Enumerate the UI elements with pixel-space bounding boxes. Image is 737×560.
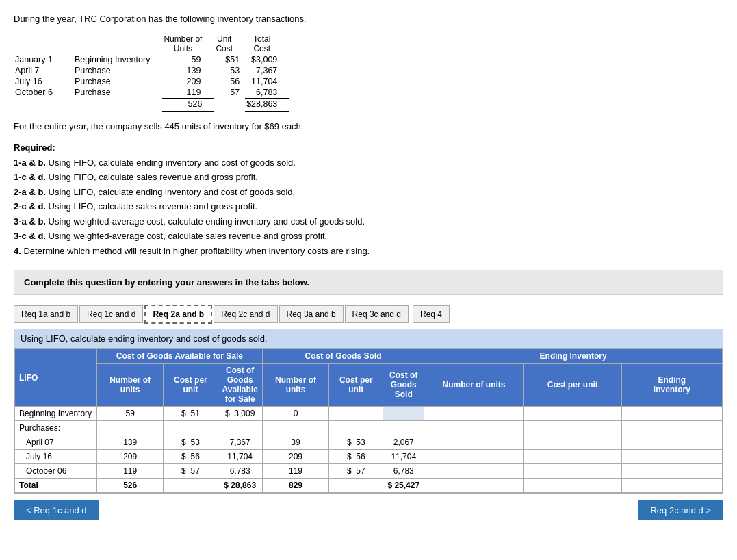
cost-avail-header: Cost of Goods Available for Sale [97, 349, 263, 364]
oct-end-inv-input[interactable] [621, 464, 722, 479]
beg-cost-sold [383, 407, 424, 421]
oct-end-units-input[interactable] [424, 464, 524, 479]
ending-inv-header: Ending Inventory [424, 349, 723, 364]
apr-dollar: $ 53 [164, 435, 218, 450]
purchases-label: Purchases: [15, 421, 97, 435]
total-end-units-input[interactable] [424, 479, 524, 493]
apr-cost-sold: 2,067 [383, 435, 424, 450]
req-1ab: 1-a & b. Using FIFO, calculate ending in… [14, 156, 723, 170]
apr-sold-dollar: $ 53 [329, 435, 383, 450]
beg-dollar: $ 51 [164, 407, 218, 421]
intro-text: During the year, TRC Corporation has the… [14, 14, 723, 24]
oct-end-cost-input[interactable] [523, 464, 621, 479]
sub-num-units-2: Number of units [262, 364, 328, 407]
april-label: April 07 [15, 435, 97, 450]
total-cost-avail: $ 28,863 [218, 479, 262, 493]
beg-num-units: 59 [97, 407, 164, 421]
oct-cost-sold: 6,783 [383, 464, 424, 479]
october-label: October 06 [15, 464, 97, 479]
tab-req4[interactable]: Req 4 [413, 305, 450, 323]
req-4: 4. Determine which method will result in… [14, 244, 723, 258]
total-empty [164, 479, 218, 493]
beg-end-cost-input[interactable] [523, 407, 621, 421]
oct-sold-dollar: $ 57 [329, 464, 383, 479]
sub-cost-avail-for-sale: Cost ofGoodsAvailablefor Sale [218, 364, 262, 407]
total-end-inv-input[interactable] [621, 479, 722, 493]
beg-cost-avail: $ 3,009 [218, 407, 262, 421]
inv-row-jan: January 1 Beginning Inventory 59 $51 $3,… [14, 54, 289, 65]
apr-num-units: 139 [97, 435, 164, 450]
cost-sold-header: Cost of Goods Sold [262, 349, 424, 364]
apr-end-inv-input[interactable] [621, 435, 722, 450]
october-row: October 06 119 $ 57 6,783 119 $ 57 6,783 [15, 464, 723, 479]
prev-button[interactable]: < Req 1c and d [14, 500, 99, 520]
oct-dollar: $ 57 [164, 464, 218, 479]
lifo-table-wrapper: LIFO Cost of Goods Available for Sale Co… [14, 348, 723, 494]
total-sold-empty [329, 479, 383, 493]
tab-req2cd[interactable]: Req 2c and d [214, 305, 277, 323]
req-3ab: 3-a & b. Using weighted-average cost, ca… [14, 215, 723, 229]
req-3cd: 3-c & d. Using weighted-average cost, ca… [14, 229, 723, 243]
nav-buttons: < Req 1c and d Req 2c and d > [14, 500, 723, 520]
sub-num-units-3: Number of units [424, 364, 524, 407]
total-label: Total [15, 479, 97, 493]
req-1cd: 1-c & d. Using FIFO, calculate sales rev… [14, 170, 723, 184]
lifo-col-header: LIFO [15, 349, 97, 407]
jul-end-units-input[interactable] [424, 450, 524, 464]
sub-ending-inv: EndingInventory [621, 364, 722, 407]
tab-req2ab[interactable]: Req 2a and b [144, 305, 212, 324]
jul-cost-sold: 11,704 [383, 450, 424, 464]
beg-end-units-input[interactable] [424, 407, 524, 421]
jul-end-inv-input[interactable] [621, 450, 722, 464]
beg-sold-units: 0 [262, 407, 328, 421]
oct-sold-units: 119 [262, 464, 328, 479]
sub-cost-goods-sold: Cost ofGoodsSold [383, 364, 424, 407]
jul-cost-avail: 11,704 [218, 450, 262, 464]
jul-end-cost-input[interactable] [523, 450, 621, 464]
tab-req3ab[interactable]: Req 3a and b [279, 305, 344, 323]
sub-cost-per-2: Cost per unit [329, 364, 383, 407]
jul-sold-units: 209 [262, 450, 328, 464]
sub-cost-per-3: Cost per unit [523, 364, 621, 407]
next-button[interactable]: Req 2c and d > [638, 500, 723, 520]
req-2cd: 2-c & d. Using LIFO, calculate sales rev… [14, 200, 723, 214]
inv-row-apr: April 7 Purchase 139 53 7,367 [14, 65, 289, 76]
total-row: Total 526 $ 28,863 829 $ 25,427 [15, 479, 723, 493]
purchases-section-row: Purchases: [15, 421, 723, 435]
apr-cost-avail: 7,367 [218, 435, 262, 450]
sub-num-units-1: Number of units [97, 364, 164, 407]
july-row: July 16 209 $ 56 11,704 209 $ 56 11,704 [15, 450, 723, 464]
inventory-table: Number ofUnits UnitCost TotalCost Januar… [14, 34, 289, 112]
total-end-cost-input[interactable] [523, 479, 621, 493]
tab-req1cd[interactable]: Req 1c and d [79, 305, 143, 323]
beg-sold-dollar [329, 407, 383, 421]
jul-dollar: $ 56 [164, 450, 218, 464]
req-2ab: 2-a & b. Using LIFO, calculate ending in… [14, 186, 723, 199]
inv-total-row: 526 $28,863 [14, 99, 289, 111]
oct-num-units: 119 [97, 464, 164, 479]
total-cost-sold: $ 25,427 [383, 479, 424, 493]
inv-row-oct: October 6 Purchase 119 57 6,783 [14, 87, 289, 99]
april-row: April 07 139 $ 53 7,367 39 $ 53 2,067 [15, 435, 723, 450]
tab-req1ab[interactable]: Req 1a and b [14, 305, 78, 323]
inv-row-jul: July 16 Purchase 209 56 11,704 [14, 76, 289, 87]
oct-cost-avail: 6,783 [218, 464, 262, 479]
beginning-inv-row: Beginning Inventory 59 $ 51 $ 3,009 0 [15, 407, 723, 421]
beg-inv-label: Beginning Inventory [15, 407, 97, 421]
jul-num-units: 209 [97, 450, 164, 464]
tabs-container: Req 1a and b Req 1c and d Req 2a and b R… [14, 305, 723, 324]
tab-req3cd[interactable]: Req 3c and d [345, 305, 409, 323]
sub-cost-per-1: Cost per unit [164, 364, 218, 407]
apr-end-cost-input[interactable] [523, 435, 621, 450]
apr-sold-units: 39 [262, 435, 328, 450]
july-label: July 16 [15, 450, 97, 464]
apr-end-units-input[interactable] [424, 435, 524, 450]
lifo-section-header: Using LIFO, calculate ending inventory a… [14, 329, 723, 348]
lifo-table: LIFO Cost of Goods Available for Sale Co… [14, 348, 723, 493]
total-units: 526 [97, 479, 164, 493]
complete-box: Complete this question by entering your … [14, 270, 723, 295]
jul-sold-dollar: $ 56 [329, 450, 383, 464]
required-section: Required: 1-a & b. Using FIFO, calculate… [14, 141, 723, 257]
beg-end-inv-input[interactable] [621, 407, 722, 421]
for-year-text: For the entire year, the company sells 4… [14, 121, 723, 131]
